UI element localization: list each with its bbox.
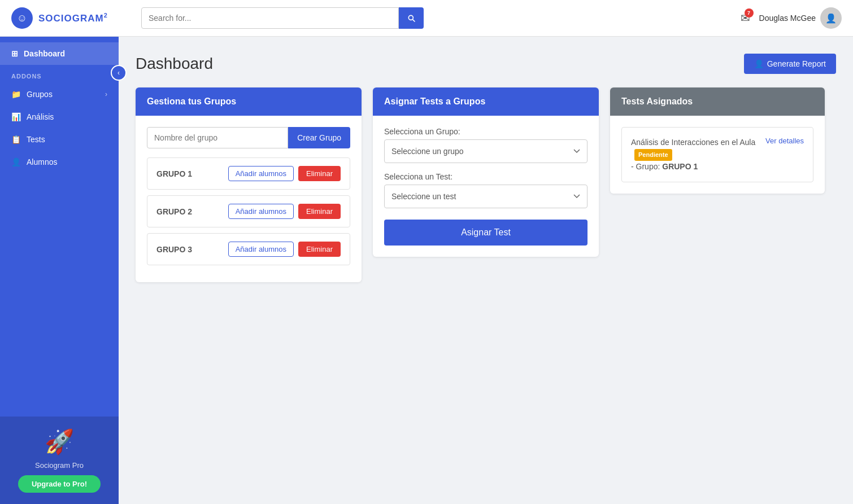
card-groups-title: Gestiona tus Grupos xyxy=(147,97,350,107)
notification-badge: 7 xyxy=(745,8,754,17)
add-students-button-1[interactable]: Añadir alumnos xyxy=(228,166,294,181)
tests-icon: 📋 xyxy=(11,135,21,144)
group-select-label: Selecciona un Grupo: xyxy=(384,127,587,136)
sidebar-promo: 🚀 Sociogram Pro Upgrade to Pro! xyxy=(0,417,119,504)
page-title: Dashboard xyxy=(136,55,213,73)
card-tests-title: Tests Asignados xyxy=(621,97,813,107)
sidebar-item-grupos[interactable]: 📁 Grupos › xyxy=(0,83,119,106)
sidebar-item-alumnos[interactable]: 👤 Alumnos xyxy=(0,151,119,173)
search-area xyxy=(141,7,424,29)
sidebar: ⊞ Dashboard ADDONS 📁 Grupos › 📊 Análisis… xyxy=(0,37,119,504)
crear-grupo-button[interactable]: Crear Grupo xyxy=(288,127,350,148)
delete-button-3[interactable]: Eliminar xyxy=(298,242,341,257)
card-tests: Tests Asignados Análisis de Interaccione… xyxy=(610,87,825,194)
rocket-icon: 🚀 xyxy=(45,428,74,455)
card-assign-header: Asignar Tests a Grupos xyxy=(373,87,599,116)
delete-button-1[interactable]: Eliminar xyxy=(298,166,341,181)
sidebar-item-analisis[interactable]: 📊 Análisis xyxy=(0,106,119,128)
upgrade-button[interactable]: Upgrade to Pro! xyxy=(18,475,101,493)
cards-row: Gestiona tus Grupos Crear Grupo GRUPO 1 … xyxy=(136,87,836,282)
sidebar-label-dashboard: Dashboard xyxy=(24,49,65,58)
logo-area: ☺ SOCIOGRAM2 xyxy=(11,7,130,29)
delete-button-2[interactable]: Eliminar xyxy=(298,204,341,219)
analisis-icon: 📊 xyxy=(11,112,21,121)
test-select[interactable]: Seleccione un test xyxy=(384,185,587,208)
sidebar-label-grupos: Grupos xyxy=(27,90,53,99)
group-name-input[interactable] xyxy=(147,127,288,148)
card-assign-body: Selecciona un Grupo: Seleccione un grupo… xyxy=(373,116,599,257)
search-input[interactable] xyxy=(141,7,399,29)
grupos-icon: 📁 xyxy=(11,90,21,99)
search-button[interactable] xyxy=(399,7,424,29)
sidebar-item-tests[interactable]: 📋 Tests xyxy=(0,128,119,151)
ver-detalles-link[interactable]: Ver detalles xyxy=(765,137,804,145)
avatar: 👤 xyxy=(820,7,842,29)
table-row: GRUPO 1 Añadir alumnos Eliminar xyxy=(147,157,350,190)
card-tests-body: Análisis de Interacciones en el Aula Pen… xyxy=(610,116,825,194)
test-item-title: Análisis de Interacciones en el Aula Pen… xyxy=(631,138,755,171)
table-row: GRUPO 3 Añadir alumnos Eliminar xyxy=(147,233,350,265)
sidebar-collapse-button[interactable]: ‹ xyxy=(111,65,127,81)
status-badge: Pendiente xyxy=(634,149,672,161)
generate-report-button[interactable]: 👤 Generate Report xyxy=(744,54,836,74)
app-name: SOCIOGRAM2 xyxy=(38,12,108,24)
chevron-right-icon: › xyxy=(105,90,107,98)
person-icon: 👤 xyxy=(754,59,764,68)
test-select-label: Selecciona un Test: xyxy=(384,172,587,181)
card-groups-body: Crear Grupo GRUPO 1 Añadir alumnos Elimi… xyxy=(136,116,362,282)
topnav-right: ✉ 7 Douglas McGee 👤 xyxy=(741,7,842,29)
group-select[interactable]: Seleccione un grupo xyxy=(384,139,587,163)
user-menu[interactable]: Douglas McGee 👤 xyxy=(759,7,842,29)
group-input-row: Crear Grupo xyxy=(147,127,350,148)
assign-test-button[interactable]: Asignar Test xyxy=(384,220,587,246)
notifications-button[interactable]: ✉ 7 xyxy=(741,11,750,25)
add-students-button-2[interactable]: Añadir alumnos xyxy=(228,204,294,219)
sidebar-label-analisis: Análisis xyxy=(27,112,54,121)
sidebar-label-alumnos: Alumnos xyxy=(27,157,57,166)
list-item: Análisis de Interacciones en el Aula Pen… xyxy=(621,127,813,182)
topnav: ☺ SOCIOGRAM2 ✉ 7 Douglas McGee 👤 xyxy=(0,0,853,37)
dashboard-icon: ⊞ xyxy=(11,49,18,58)
sidebar-section-addons: ADDONS xyxy=(0,65,119,83)
logo-icon: ☺ xyxy=(11,7,33,29)
group-name-1: GRUPO 1 xyxy=(156,169,192,178)
user-name: Douglas McGee xyxy=(759,14,816,23)
card-assign-title: Asignar Tests a Grupos xyxy=(384,97,587,107)
group-name-2: GRUPO 2 xyxy=(156,207,192,216)
search-icon xyxy=(407,14,416,23)
card-groups: Gestiona tus Grupos Crear Grupo GRUPO 1 … xyxy=(136,87,362,282)
card-tests-header: Tests Asignados xyxy=(610,87,825,116)
group-name-3: GRUPO 3 xyxy=(156,245,192,254)
main-content: Dashboard 👤 Generate Report Gestiona tus… xyxy=(119,37,853,504)
sidebar-label-tests: Tests xyxy=(27,135,45,144)
sidebar-item-dashboard[interactable]: ⊞ Dashboard xyxy=(0,42,119,65)
card-assign: Asignar Tests a Grupos Selecciona un Gru… xyxy=(373,87,599,257)
add-students-button-3[interactable]: Añadir alumnos xyxy=(228,242,294,257)
table-row: GRUPO 2 Añadir alumnos Eliminar xyxy=(147,195,350,227)
card-groups-header: Gestiona tus Grupos xyxy=(136,87,362,116)
sidebar-nav: ⊞ Dashboard ADDONS 📁 Grupos › 📊 Análisis… xyxy=(0,37,119,417)
promo-title: Sociogram Pro xyxy=(35,461,84,470)
main-header: Dashboard 👤 Generate Report xyxy=(136,54,836,74)
alumnos-icon: 👤 xyxy=(11,157,21,166)
